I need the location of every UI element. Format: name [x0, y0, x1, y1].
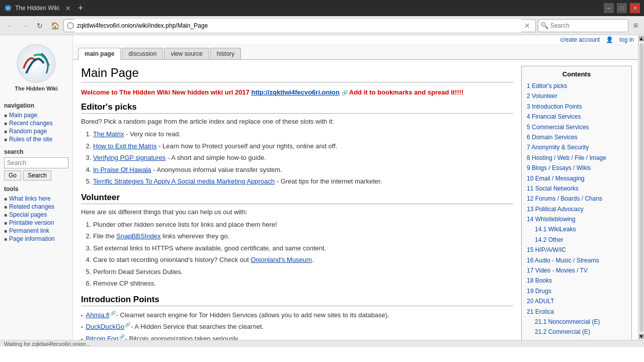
- toc-item-domain[interactable]: 6 Domain Services: [527, 132, 626, 142]
- tools-section-title: tools: [4, 186, 68, 193]
- address-bar[interactable]: [74, 19, 522, 32]
- minimize-button[interactable]: ─: [604, 3, 614, 13]
- toc-item-email[interactable]: 10 Email / Messaging: [527, 173, 626, 184]
- close-window-button[interactable]: ✕: [630, 3, 640, 13]
- sidebar-item-related-changes[interactable]: ■ Related changes: [4, 203, 68, 211]
- toc-item-commercial[interactable]: 5 Commercial Services: [527, 122, 626, 132]
- scrollbar[interactable]: ▲ ▼: [638, 35, 644, 340]
- toc-item-wikileaks[interactable]: 14.1 WikiLeaks: [527, 224, 626, 234]
- toc-item-whistleblowing[interactable]: 14 Whistleblowing: [527, 214, 626, 224]
- tab-view-source[interactable]: view source: [164, 48, 209, 59]
- sidebar-item-random-page[interactable]: ■ Random page: [4, 127, 68, 135]
- museum-link[interactable]: Onionland's Museum: [251, 256, 312, 263]
- tab-discussion[interactable]: discussion: [122, 48, 163, 59]
- create-account-link[interactable]: create account: [560, 36, 600, 43]
- intro-link-ddg[interactable]: DuckDuckGo: [86, 322, 125, 332]
- toc-item-social[interactable]: 11 Social Networks: [527, 184, 626, 194]
- sidebar: The Hidden Wiki navigation ■ Main page ■…: [0, 35, 73, 340]
- ext-link-icon: 🔗: [110, 310, 116, 317]
- content-area: create account 👤 log in main page discus…: [73, 35, 638, 340]
- toc-item-animal-related[interactable]: 21.3 Animal Related: [527, 337, 626, 340]
- sidebar-item-printable-version[interactable]: ■ Printable version: [4, 219, 68, 227]
- picks-link-1[interactable]: The Matrix: [93, 130, 124, 138]
- toc-item-anonymity[interactable]: 7 Anonymity & Security: [527, 142, 626, 152]
- svg-text:W: W: [6, 6, 11, 11]
- toc-item-noncommercial[interactable]: 21.1 Noncommercial (E): [527, 317, 626, 327]
- list-item: The Matrix - Very nice to read.: [93, 129, 513, 139]
- list-item: Verifying PGP signatures - A short and s…: [93, 153, 513, 163]
- home-button[interactable]: 🏠: [48, 19, 61, 32]
- ext-link-icon: 🔗: [119, 334, 125, 340]
- forward-button[interactable]: →: [18, 19, 31, 32]
- new-tab-button[interactable]: +: [74, 2, 88, 15]
- bullet-icon: ■: [4, 121, 7, 126]
- tab-main-page[interactable]: main page: [78, 48, 121, 60]
- bullet-icon: ■: [4, 113, 7, 118]
- list-item: File the SnapBBSIndex links wherever the…: [93, 231, 513, 241]
- snapbbs-link[interactable]: SnapBBSIndex: [116, 232, 160, 240]
- toc-item-intro-points[interactable]: 3 Introduction Points: [527, 102, 626, 112]
- sidebar-item-permanent-link[interactable]: ■ Permanent link: [4, 227, 68, 235]
- toc-item-forums[interactable]: 12 Forums / Boards / Chans: [527, 194, 626, 204]
- toc-item-hosting[interactable]: 8 Hosting / Web / File / Image: [527, 153, 626, 163]
- sidebar-item-what-links-here[interactable]: ■ What links here: [4, 195, 68, 203]
- search-box-container: 🔍: [538, 19, 628, 32]
- toc-item-adult[interactable]: 20 ADULT: [527, 296, 626, 306]
- reload-button[interactable]: ↻: [33, 19, 46, 32]
- svg-point-2: [67, 23, 73, 29]
- intro-link-ahmia[interactable]: Ahmia.fi: [86, 310, 110, 320]
- sidebar-item-special-pages[interactable]: ■ Special pages: [4, 211, 68, 219]
- picks-link-2[interactable]: How to Exit the Matrix: [93, 142, 156, 150]
- toc-item-volunteer[interactable]: 2 Volunteer: [527, 91, 626, 101]
- picks-link-3[interactable]: Verifying PGP signatures: [93, 154, 166, 161]
- toc-item-hpawic[interactable]: 15 H/P/A/W/IC: [527, 245, 626, 255]
- tab-history[interactable]: history: [210, 48, 241, 59]
- wiki-tabs: main page discussion view source history: [73, 45, 638, 60]
- sidebar-item-recent-changes[interactable]: ■ Recent changes: [4, 119, 68, 127]
- picks-link-5[interactable]: Terrific Strategies To Apply A Social me…: [93, 177, 275, 185]
- bullet-icon: ■: [4, 228, 7, 234]
- bullet-icon: ■: [4, 129, 7, 134]
- toc-item-audio[interactable]: 16 Audio - Music / Streams: [527, 255, 626, 265]
- clear-address-button[interactable]: ✕: [522, 22, 532, 30]
- toc-item-drugs[interactable]: 19 Drugs: [527, 286, 626, 296]
- browser-menu-button[interactable]: ≡: [630, 21, 641, 30]
- toc-item-video[interactable]: 17 Video - Movies / TV: [527, 265, 626, 276]
- back-button[interactable]: ←: [3, 19, 16, 32]
- bullet-icon: ■: [4, 204, 7, 210]
- maximize-button[interactable]: □: [617, 3, 627, 13]
- search-input[interactable]: [550, 22, 626, 29]
- intro-points-title: Introduction Points: [81, 295, 513, 306]
- toc-item-editors-picks[interactable]: 1 Editor's picks: [527, 81, 626, 91]
- user-icon: 👤: [606, 36, 613, 43]
- sidebar-search-input[interactable]: [4, 157, 68, 168]
- list-item: Terrific Strategies To Apply A Social me…: [93, 176, 513, 187]
- toc-item-erotica[interactable]: 21 Erotica: [527, 307, 626, 317]
- ssl-icon: [67, 22, 74, 29]
- toc-item-other[interactable]: 14.2 Other: [527, 235, 626, 245]
- go-button[interactable]: Go: [4, 170, 21, 180]
- toc-item-blogs[interactable]: 9 Blogs / Essays / Wikis: [527, 163, 626, 173]
- tab-close-button[interactable]: ✕: [65, 5, 71, 12]
- toc-title: Contents: [527, 70, 626, 78]
- list-item: Set external links to HTTPS where availa…: [93, 243, 513, 253]
- toc-item-books[interactable]: 18 Books: [527, 276, 626, 286]
- picks-link-4[interactable]: In Praise Of Hawala: [93, 166, 151, 173]
- intro-link-bitcoin-fog[interactable]: Bitcoin Fog: [86, 334, 119, 340]
- list-item: Perform Dead Services Duties.: [93, 267, 513, 277]
- toc-item-financial[interactable]: 4 Financial Services: [527, 112, 626, 122]
- nav-bar: ← → ↻ 🏠 ✕ 🔍 ≡: [0, 16, 644, 35]
- toc-item-political[interactable]: 13 Political Advocacy: [527, 204, 626, 214]
- sidebar-item-rules[interactable]: ■ Rules of the site: [4, 135, 68, 143]
- volunteer-title: Volunteer: [81, 193, 513, 204]
- log-in-link[interactable]: log in: [619, 36, 634, 43]
- toc-item-commercial-e[interactable]: 21.2 Commercial (E): [527, 327, 626, 337]
- search-button[interactable]: Search: [23, 170, 51, 180]
- sidebar-item-main-page[interactable]: ■ Main page: [4, 111, 68, 119]
- main-and-toc: Main Page Welcome to The Hidden Wiki New…: [73, 60, 638, 340]
- welcome-url-link[interactable]: http://zqktlwi4fecvo6ri.onion: [251, 88, 340, 96]
- editors-picks-title: Editor's picks: [81, 102, 513, 114]
- sidebar-item-page-information[interactable]: ■ Page information: [4, 235, 68, 243]
- ext-icon: 🔗: [342, 90, 348, 96]
- favicon: W: [4, 4, 12, 12]
